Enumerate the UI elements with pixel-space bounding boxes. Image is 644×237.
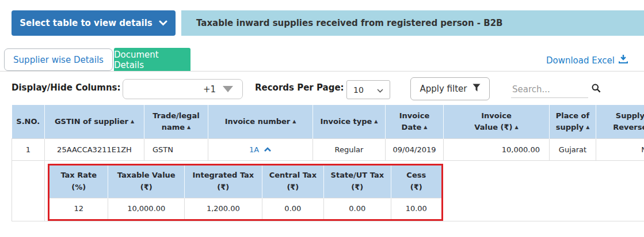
- expanded-row-sno-spacer: [12, 160, 45, 221]
- table-header-row: S.NO. GSTIN of supplier▲ Trade/legal nam…: [12, 105, 644, 138]
- sort-asc-icon: ▲: [292, 119, 296, 124]
- display-hide-columns-label: Display/Hide Columns:: [12, 82, 121, 93]
- select-table-button[interactable]: Select table to view details: [12, 10, 176, 36]
- col-header-integrated-tax: Integrated Tax(₹): [185, 164, 262, 198]
- sort-asc-icon: ▲: [515, 125, 518, 130]
- col-header-cess: Cess(₹): [391, 164, 442, 198]
- filter-funnel-icon: [472, 84, 481, 94]
- invoice-number-value: 1A: [249, 145, 259, 154]
- apply-filter-button[interactable]: Apply filter: [410, 77, 490, 100]
- cell-place-of-supply: Gujarat: [550, 138, 596, 160]
- sort-asc-icon: ▲: [187, 125, 190, 130]
- select-table-label: Select table to view details: [20, 18, 152, 28]
- gst-b2b-page: Select table to view details Taxable inw…: [0, 0, 644, 237]
- search-input[interactable]: [511, 81, 588, 98]
- table-row: 1 25AACCA3211E1ZH GSTN 1A Regular 09/04/…: [12, 138, 644, 160]
- apply-filter-label: Apply filter: [420, 84, 467, 94]
- records-per-page-select[interactable]: 10: [346, 80, 390, 99]
- download-excel-link[interactable]: Download Excel: [546, 55, 628, 66]
- cell-sno: 1: [12, 138, 45, 160]
- col-header-trade-legal-name[interactable]: Trade/legal name▲: [144, 105, 208, 138]
- download-icon: [619, 55, 628, 66]
- records-per-page-label: Records Per Page:: [255, 82, 344, 93]
- cell-tax-rate: 12: [49, 198, 108, 220]
- cell-trade-name: GSTN: [144, 138, 208, 160]
- cell-invoice-value: 10,000.00: [444, 138, 550, 160]
- cell-gstin: 25AACCA3211E1ZH: [45, 138, 144, 160]
- col-header-central-tax: Central Tax(₹): [262, 164, 323, 198]
- col-header-tax-rate: Tax Rate(%): [49, 164, 108, 198]
- select-chevron-icon: [377, 85, 383, 95]
- col-header-state-ut-tax: State/UT Tax(₹): [324, 164, 391, 198]
- tax-breakup-data-row: 12 10,000.00 1,200.00 0.00 0.00 10.00: [49, 198, 443, 220]
- cell-invoice-type: Regular: [313, 138, 386, 160]
- columns-dropdown-value: +1: [203, 84, 216, 95]
- tab-supplier-label: Supplier wise Details: [13, 55, 104, 65]
- expanded-detail-row: Tax Rate(%) Taxable Value(₹) Integrated …: [12, 160, 644, 221]
- tab-supplier-wise-details[interactable]: Supplier wise Details: [4, 48, 113, 71]
- col-header-taxable-value: Taxable Value(₹): [108, 164, 185, 198]
- tab-document-label: Document Details: [114, 50, 190, 70]
- tax-breakup-table: Tax Rate(%) Taxable Value(₹) Integrated …: [48, 164, 443, 221]
- expanded-row-detail-cell: Tax Rate(%) Taxable Value(₹) Integrated …: [45, 160, 644, 221]
- col-header-place-of-supply[interactable]: Place of supply▲: [550, 105, 596, 138]
- table-title: Taxable inward supplies received from re…: [196, 18, 503, 28]
- cell-state-ut-tax: 0.00: [324, 198, 391, 220]
- cell-central-tax: 0.00: [262, 198, 323, 220]
- cell-taxable-value: 10,000.00: [108, 198, 185, 220]
- invoice-expander-link[interactable]: 1A: [249, 145, 272, 154]
- search-icon[interactable]: [592, 84, 601, 95]
- triangle-down-icon: [223, 86, 233, 92]
- cell-supply-reverse-charge: No: [596, 138, 644, 160]
- sort-asc-icon: ▲: [424, 125, 427, 130]
- col-header-gstin[interactable]: GSTIN of supplier▲: [45, 105, 144, 138]
- cell-integrated-tax: 1,200.00: [185, 198, 262, 220]
- tabs-divider: [0, 71, 644, 72]
- tab-document-details[interactable]: Document Details: [114, 48, 190, 72]
- sort-asc-icon: ▲: [131, 119, 134, 124]
- col-header-supply-reverse-charge: Supply Attract Reverse Charge: [596, 105, 644, 138]
- col-header-invoice-value[interactable]: Invoice Value (₹)▲: [444, 105, 550, 138]
- cell-cess: 10.00: [391, 198, 442, 220]
- table-title-banner: Taxable inward supplies received from re…: [181, 10, 644, 36]
- col-header-invoice-type[interactable]: Invoice type▲: [313, 105, 386, 138]
- col-header-invoice-date[interactable]: Invoice Date▲: [386, 105, 444, 138]
- col-header-invoice-number[interactable]: Invoice number▲: [208, 105, 313, 138]
- cell-invoice-date: 09/04/2019: [386, 138, 444, 160]
- chevron-up-icon: [264, 145, 272, 154]
- b2b-documents-table: S.NO. GSTIN of supplier▲ Trade/legal nam…: [12, 105, 644, 221]
- col-header-sno: S.NO.: [12, 105, 45, 138]
- tax-breakup-header-row: Tax Rate(%) Taxable Value(₹) Integrated …: [49, 164, 443, 198]
- columns-dropdown[interactable]: +1: [123, 79, 243, 99]
- records-per-page-value: 10: [353, 85, 364, 95]
- sort-asc-icon: ▲: [374, 119, 378, 124]
- download-excel-label: Download Excel: [546, 55, 615, 66]
- cell-invoice-number: 1A: [208, 138, 313, 160]
- chevron-down-icon: [159, 18, 167, 28]
- sort-asc-icon: ▲: [586, 125, 589, 130]
